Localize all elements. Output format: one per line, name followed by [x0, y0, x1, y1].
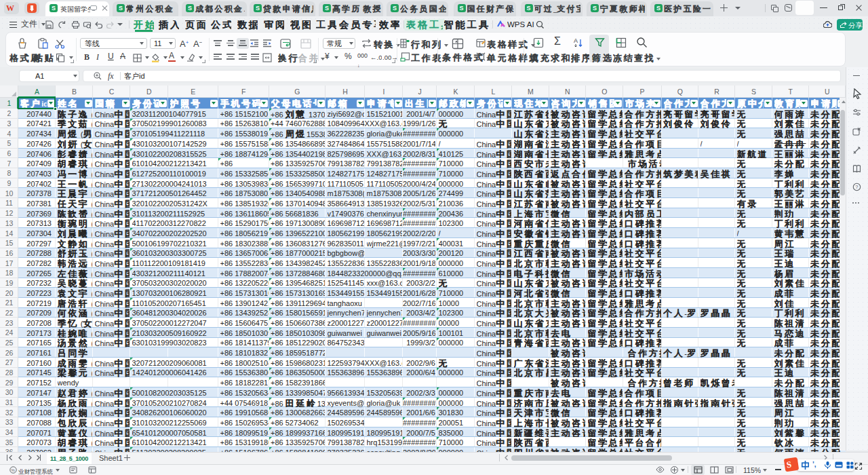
svg-text:?: ?: [855, 184, 858, 190]
svg-text:A: A: [574, 37, 578, 44]
svg-text:%: %: [12, 468, 16, 472]
